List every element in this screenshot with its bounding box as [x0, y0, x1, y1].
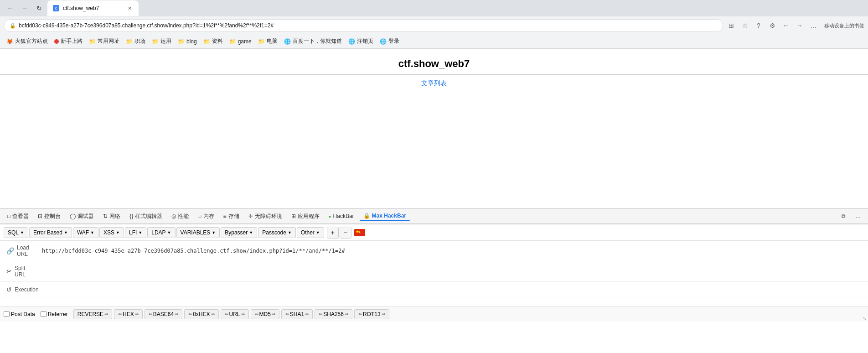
bookmark-huohu[interactable]: 🦊 火狐官方站点 — [4, 36, 51, 46]
hackbar-error-based-btn[interactable]: Error Based ▼ — [29, 227, 72, 238]
hex-right-arrow-icon: ⇒ — [135, 311, 139, 317]
encode-base64-btn[interactable]: ⇐ BASE64 ⇒ — [145, 309, 182, 319]
tab-close-button[interactable]: ✕ — [126, 5, 133, 12]
hackbar-add-btn[interactable]: + — [327, 227, 339, 239]
globe-icon-1: 🌐 — [284, 38, 291, 45]
storage-icon: ≡ — [223, 213, 227, 219]
devtools-memory[interactable]: □ 内存 — [194, 211, 217, 222]
encode-rot13-btn[interactable]: ⇐ ROT13 ⇒ — [354, 309, 389, 319]
devtools-performance[interactable]: ◎ 性能 — [168, 211, 192, 222]
post-data-check[interactable] — [4, 311, 10, 317]
error-based-arrow-icon: ▼ — [64, 230, 68, 235]
devtools-dock-button[interactable]: ⧉ — [837, 210, 850, 223]
bookmark-ziliao[interactable]: 📁 资料 — [201, 36, 226, 46]
bypasser-arrow-icon: ▼ — [249, 230, 253, 235]
extensions-button[interactable]: ⊞ — [725, 19, 738, 32]
hackbar-remove-btn[interactable]: − — [340, 227, 351, 239]
active-tab[interactable]: c ctf.show_web7 ✕ — [47, 0, 139, 16]
hackbar-green-icon: ● — [329, 214, 331, 219]
folder-icon-2: 📁 — [126, 38, 133, 45]
devtools-storage[interactable]: ≡ 存储 — [220, 211, 243, 222]
folder-icon-7: 📁 — [258, 38, 265, 45]
encode-0xhex-btn[interactable]: ⇐ 0xHEX ⇒ — [184, 309, 218, 319]
bookmark-diannao[interactable]: 📁 电脑 — [255, 36, 280, 46]
load-url-row: 🔗 Load URL — [0, 241, 868, 261]
folder-icon-6: 📁 — [229, 38, 236, 45]
split-url-icon: ✂ — [6, 268, 12, 275]
bookmark-blog[interactable]: 📁 blog — [175, 37, 200, 46]
hackbar-passcode-btn[interactable]: Passcode ▼ — [258, 227, 296, 238]
rot13-left-arrow-icon: ⇐ — [358, 311, 362, 317]
devtools-accessibility[interactable]: ✛ 无障碍环境 — [245, 211, 286, 222]
hackbar-sql-btn[interactable]: SQL ▼ — [4, 227, 28, 238]
devtools-hackbar[interactable]: ● HackBar — [325, 212, 358, 221]
bookmark-denglu[interactable]: 🌐 登录 — [377, 36, 402, 46]
bookmarks-bar: 🦊 火狐官方站点 新手上路 📁 常用网址 📁 职场 📁 运用 📁 blog 📁 … — [0, 35, 868, 48]
debugger-icon: ◯ — [70, 213, 76, 219]
hackbar-waf-btn[interactable]: WAF ▼ — [73, 227, 98, 238]
browser-chrome: ← → ↻ c ctf.show_web7 ✕ 🔒 bcfdd03c-c949-… — [0, 0, 868, 49]
hackbar-ldap-btn[interactable]: LDAP ▼ — [147, 227, 175, 238]
settings-button[interactable]: ⚙ — [766, 19, 779, 32]
bookmark-yunyong[interactable]: 📁 运用 — [149, 36, 174, 46]
split-url-label-btn[interactable]: ✂ Split URL — [4, 263, 40, 280]
devtools-inspector[interactable]: □ 查看器 — [4, 211, 32, 222]
referrer-checkbox[interactable]: Referrer — [41, 311, 68, 317]
help-button[interactable]: ? — [752, 19, 765, 32]
sql-arrow-icon: ▼ — [20, 230, 24, 235]
tab-favicon: c — [53, 5, 59, 11]
devtools-more-button[interactable]: … — [852, 210, 864, 223]
hex-left-arrow-icon: ⇐ — [118, 311, 122, 317]
address-bar-row: 🔒 bcfdd03c-c949-435e-a27b-7ce396d07a85.c… — [0, 16, 868, 35]
encode-sha1-btn[interactable]: ⇐ SHA1 ⇒ — [281, 309, 313, 319]
refresh-button[interactable]: ↻ — [33, 2, 46, 15]
post-data-checkbox[interactable]: Post Data — [4, 311, 35, 317]
xss-arrow-icon: ▼ — [116, 230, 120, 235]
encode-hex-btn[interactable]: ⇐ HEX ⇒ — [114, 309, 143, 319]
bookmark-game[interactable]: 📁 game — [227, 37, 254, 46]
referrer-check[interactable] — [41, 311, 46, 317]
more-button[interactable]: … — [807, 19, 820, 32]
max-hackbar-lock-icon: 🔒 — [363, 213, 370, 219]
execution-label-btn[interactable]: ↺ Execution — [4, 284, 40, 295]
forward-button[interactable]: → — [18, 2, 31, 15]
ldap-arrow-icon: ▼ — [167, 230, 171, 235]
lfi-arrow-icon: ▼ — [138, 230, 142, 235]
bookmark-zhichang[interactable]: 📁 职场 — [123, 36, 148, 46]
devtools-debugger[interactable]: ◯ 调试器 — [66, 211, 98, 222]
bookmark-button[interactable]: ☆ — [739, 19, 751, 32]
back-button[interactable]: ← — [4, 2, 16, 15]
nav-forward-button[interactable]: → — [793, 19, 806, 32]
hackbar-lfi-btn[interactable]: LFI ▼ — [125, 227, 146, 238]
hackbar-bypasser-btn[interactable]: Bypasser ▼ — [221, 227, 257, 238]
bookmark-xinshoushanglu[interactable]: 新手上路 — [52, 36, 85, 46]
md5-right-arrow-icon: ⇒ — [272, 311, 275, 317]
hackbar-xss-btn[interactable]: XSS ▼ — [99, 227, 124, 238]
load-url-label-btn[interactable]: 🔗 Load URL — [4, 243, 40, 259]
encode-sha256-btn[interactable]: ⇐ SHA256 ⇒ — [315, 309, 352, 319]
network-icon: ⇅ — [103, 213, 108, 219]
encode-md5-btn[interactable]: ⇐ MD5 ⇒ — [251, 309, 279, 319]
nav-back-button[interactable]: ← — [780, 19, 792, 32]
devtools-right-controls: ⧉ … — [837, 210, 864, 223]
bookmark-baidu[interactable]: 🌐 百度一下，你就知道 — [281, 36, 345, 46]
bookmark-zhuxiao[interactable]: 🌐 注销页 — [346, 36, 376, 46]
resize-handle[interactable]: ⤡ — [863, 316, 868, 322]
url-domain: ctf.show — [147, 22, 167, 29]
style-icon: {} — [129, 213, 133, 219]
address-bar[interactable]: 🔒 bcfdd03c-c949-435e-a27b-7ce396d07a85.c… — [4, 19, 723, 32]
bookmark-changyong[interactable]: 📁 常用网址 — [86, 36, 122, 46]
devtools-application[interactable]: ⊞ 应用程序 — [288, 211, 323, 222]
devtools-style-editor[interactable]: {} 样式编辑器 — [126, 211, 166, 222]
hackbar-variables-btn[interactable]: VARIABLES ▼ — [176, 227, 220, 238]
encode-url-btn[interactable]: ⇐ URL ⇒ — [221, 309, 249, 319]
address-text: bcfdd03c-c949-435e-a27b-7ce396d07a85.cha… — [19, 22, 717, 29]
encode-reverse-btn[interactable]: REVERSE ⇒ — [73, 309, 112, 319]
hackbar-other-btn[interactable]: Other ▼ — [297, 227, 324, 238]
devtools-max-hackbar[interactable]: 🔒 Max HackBar — [360, 211, 410, 221]
page-content: ctf.show_web7 文章列表 — [0, 49, 868, 208]
devtools-network[interactable]: ⇅ 网络 — [99, 211, 124, 222]
devtools-console[interactable]: ⊡ 控制台 — [34, 211, 64, 222]
load-url-input[interactable] — [40, 247, 864, 255]
article-list-link[interactable]: 文章列表 — [421, 79, 447, 87]
